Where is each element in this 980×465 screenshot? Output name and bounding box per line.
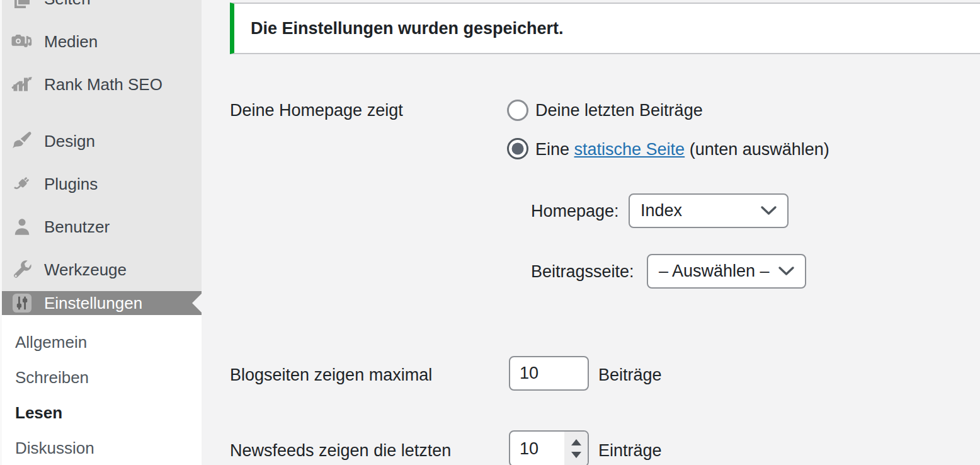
number-spinner[interactable]: [564, 432, 588, 465]
plug-icon: [10, 172, 34, 196]
reading-settings-content: Die Einstellungen wurden gespeichert. De…: [202, 0, 980, 465]
feeds-input-wrapper: [509, 430, 589, 465]
sidebar-item-design[interactable]: Design: [0, 120, 202, 163]
sidebar-menu: Seiten Medien: [0, 0, 202, 291]
sidebar-item-seiten[interactable]: Seiten: [0, 0, 202, 20]
radio-latest-posts-label[interactable]: Deine letzten Beiträge: [535, 101, 703, 120]
sliders-icon: [10, 291, 34, 315]
sidebar-item-label: Seiten: [44, 0, 91, 9]
chevron-down-icon: [778, 266, 795, 277]
sidebar-item-werkzeuge[interactable]: Werkzeuge: [0, 248, 202, 291]
posts-page-select-label: Beitragsseite:: [531, 262, 634, 282]
chevron-down-icon: [760, 205, 777, 216]
blog-pages-label: Blogseiten zeigen maximal: [230, 365, 432, 385]
sidebar-item-label: Einstellungen: [44, 294, 142, 313]
radio-static-suffix: (unten auswählen): [685, 140, 829, 159]
media-icon: [10, 30, 34, 54]
radio-static-page[interactable]: [507, 138, 528, 159]
sidebar-item-label: Design: [44, 132, 95, 151]
brush-icon: [10, 129, 34, 153]
submenu-item-label: Allgemein: [15, 333, 87, 352]
submenu-item-label: Schreiben: [15, 368, 89, 388]
submenu-item-allgemein[interactable]: Allgemein: [0, 324, 202, 360]
settings-submenu: Allgemein Schreiben Lesen Diskussion: [0, 315, 202, 465]
homepage-select-label: Homepage:: [531, 202, 619, 221]
submenu-item-label: Lesen: [15, 403, 62, 423]
analytics-icon: [10, 72, 34, 96]
feeds-label: Newsfeeds zeigen die letzten: [230, 441, 451, 461]
sidebar-item-label: Plugins: [44, 175, 98, 194]
homepage-select[interactable]: Index: [629, 193, 789, 228]
radio-static-prefix: Eine: [535, 140, 574, 159]
menu-separator: [0, 106, 202, 120]
success-notice-text: Die Einstellungen wurden gespeichert.: [251, 19, 564, 38]
radio-latest-posts-text: Deine letzten Beiträge: [535, 101, 703, 120]
sidebar-edge: [0, 0, 2, 465]
blog-pages-suffix: Beiträge: [598, 365, 662, 385]
homepage-displays-label: Deine Homepage zeigt: [230, 101, 403, 120]
pages-icon: [10, 0, 34, 11]
sidebar-item-medien[interactable]: Medien: [0, 20, 202, 63]
posts-page-select-value: – Auswählen –: [659, 261, 770, 281]
spinner-down-icon[interactable]: [571, 452, 581, 458]
submenu-item-diskussion[interactable]: Diskussion: [0, 430, 202, 465]
success-notice: Die Einstellungen wurden gespeichert.: [230, 3, 980, 54]
radio-latest-posts[interactable]: [507, 100, 528, 121]
sidebar-item-plugins[interactable]: Plugins: [0, 163, 202, 205]
feeds-input[interactable]: [510, 432, 563, 465]
static-page-link[interactable]: statische Seite: [574, 140, 685, 159]
sidebar-item-einstellungen[interactable]: Einstellungen: [0, 291, 202, 315]
sidebar-item-label: Werkzeuge: [44, 260, 127, 280]
sidebar-item-label: Rank Math SEO: [44, 75, 162, 95]
sidebar-item-label: Benutzer: [44, 217, 110, 237]
spinner-up-icon[interactable]: [571, 439, 581, 445]
admin-sidebar: Seiten Medien: [0, 0, 202, 465]
sidebar-item-rank-math-seo[interactable]: Rank Math SEO: [0, 63, 202, 106]
submenu-item-lesen[interactable]: Lesen: [0, 395, 202, 430]
homepage-select-value: Index: [641, 201, 682, 221]
user-icon: [10, 215, 34, 239]
feeds-suffix: Einträge: [598, 441, 662, 461]
blog-pages-input[interactable]: [509, 356, 589, 391]
wrench-icon: [10, 258, 34, 282]
radio-static-page-label[interactable]: Eine statische Seite (unten auswählen): [535, 140, 829, 159]
sidebar-item-label: Medien: [44, 32, 98, 52]
submenu-item-schreiben[interactable]: Schreiben: [0, 360, 202, 395]
submenu-item-label: Diskussion: [15, 439, 94, 458]
sidebar-item-benutzer[interactable]: Benutzer: [0, 205, 202, 248]
posts-page-select[interactable]: – Auswählen –: [647, 254, 806, 289]
